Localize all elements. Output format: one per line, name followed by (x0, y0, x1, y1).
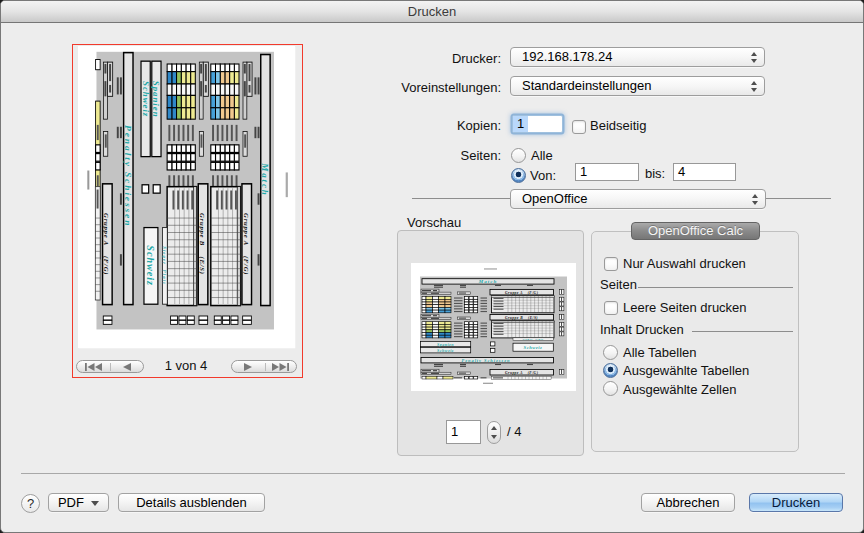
svg-text:Gruppe A: Gruppe A (505, 291, 523, 295)
svg-text:Gruppe B: Gruppe B (505, 316, 523, 320)
svg-text:Gruppe A: Gruppe A (103, 213, 110, 246)
svg-text:Penalty Schiessen: Penalty Schiessen (123, 125, 133, 227)
svg-text:Schweiz: Schweiz (145, 245, 156, 286)
svg-text:Sieger Platz: Sieger Platz (522, 338, 543, 341)
svg-text:(F/G): (F/G) (528, 291, 539, 295)
svg-text:Spanien: Spanien (151, 80, 161, 117)
svg-text:Match: Match (260, 162, 270, 197)
svg-text:(E/S): (E/S) (528, 316, 538, 320)
svg-text:Spanien: Spanien (437, 342, 454, 347)
svg-text:(E/S): (E/S) (197, 256, 205, 274)
svg-text:(F/G): (F/G) (241, 255, 249, 274)
svg-text:Schweiz: Schweiz (524, 345, 543, 350)
svg-text:Penalty Schiessen: Penalty Schiessen (462, 358, 511, 363)
svg-text:Schweiz: Schweiz (437, 348, 454, 353)
svg-text:Sieger Platz: Sieger Platz (162, 246, 167, 285)
svg-text:(F/G): (F/G) (528, 371, 539, 375)
svg-text:Schweiz: Schweiz (140, 81, 150, 117)
svg-text:Match: Match (478, 279, 497, 284)
svg-text:Gruppe B: Gruppe B (198, 212, 205, 245)
svg-text:Gruppe A: Gruppe A (505, 371, 523, 375)
svg-text:Gruppe A: Gruppe A (242, 213, 249, 246)
svg-text:(F/G): (F/G) (102, 255, 110, 274)
